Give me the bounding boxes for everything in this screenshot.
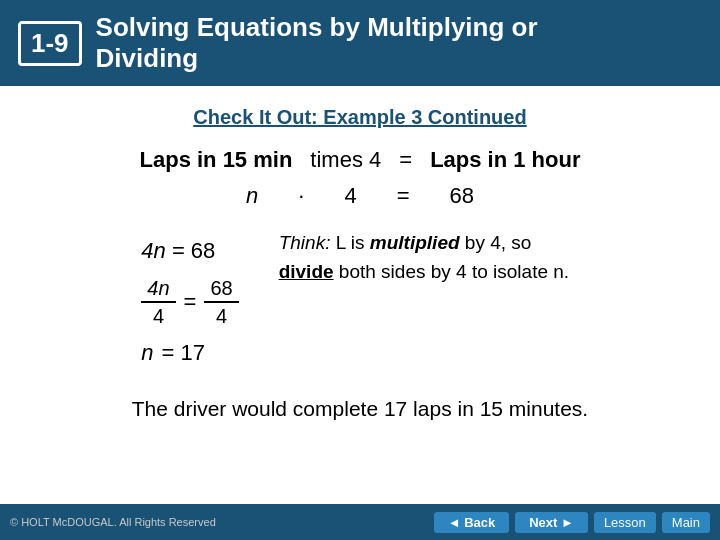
eq-times: times 4 [310, 147, 381, 173]
header-title: Solving Equations by Multiplying or Divi… [96, 12, 538, 74]
think-text2: by 4, so [465, 232, 532, 253]
n-four: 4 [344, 183, 356, 209]
footer: © HOLT McDOUGAL. All Rights Reserved ◄ B… [0, 504, 720, 540]
think-label: Think: [279, 232, 331, 253]
n-value: 68 [450, 183, 474, 209]
n-final: n [141, 331, 153, 375]
fraction-row: 4n 4 = 68 4 [141, 277, 238, 327]
title-line1: Solving Equations by Multiplying or [96, 12, 538, 42]
line1-text: 4n = 68 [141, 229, 215, 273]
title-line2: Dividing [96, 43, 199, 73]
eq-result: Laps in 1 hour [430, 147, 580, 173]
copyright: © HOLT McDOUGAL. All Rights Reserved [10, 516, 216, 528]
conclusion: The driver would complete 17 laps in 15 … [30, 397, 690, 421]
fraction-right-num: 68 [204, 277, 238, 303]
fraction-equals: = [184, 280, 197, 324]
fraction-left-den: 4 [147, 303, 170, 327]
eq-label-left: Laps in 15 min [140, 147, 293, 173]
fraction-right: 68 4 [204, 277, 238, 327]
header: 1-9 Solving Equations by Multiplying or … [0, 0, 720, 86]
n-variable: n [246, 183, 258, 209]
think-box: Think: L is multiplied by 4, so divide b… [279, 229, 579, 286]
n-row: n · 4 = 68 [30, 183, 690, 209]
lesson-badge: 1-9 [18, 21, 82, 66]
content-area: Check It Out: Example 3 Continued Laps i… [0, 86, 720, 421]
eq-equals: = [399, 147, 412, 173]
lesson-button[interactable]: Lesson [594, 512, 656, 533]
main-button[interactable]: Main [662, 512, 710, 533]
n-final-value: = 17 [162, 331, 205, 375]
next-button[interactable]: Next ► [515, 512, 588, 533]
think-text3: both sides by 4 to isolate n. [339, 261, 569, 282]
think-multiply: multiplied [370, 232, 460, 253]
math-line1: 4n = 68 [141, 229, 238, 273]
footer-nav: ◄ Back Next ► Lesson Main [434, 512, 710, 533]
think-divide: divide [279, 261, 334, 282]
subheading: Check It Out: Example 3 Continued [30, 106, 690, 129]
fraction-right-den: 4 [210, 303, 233, 327]
math-work: 4n = 68 4n 4 = 68 4 n = 17 [141, 229, 238, 375]
fraction-left: 4n 4 [141, 277, 175, 327]
n-equals: = [397, 183, 410, 209]
fraction-left-num: 4n [141, 277, 175, 303]
think-text1: L is [336, 232, 370, 253]
math-line3: n = 17 [141, 331, 238, 375]
dot: · [298, 183, 304, 209]
back-button[interactable]: ◄ Back [434, 512, 510, 533]
work-area: 4n = 68 4n 4 = 68 4 n = 17 [30, 229, 690, 375]
equation-row: Laps in 15 min times 4 = Laps in 1 hour [30, 147, 690, 173]
